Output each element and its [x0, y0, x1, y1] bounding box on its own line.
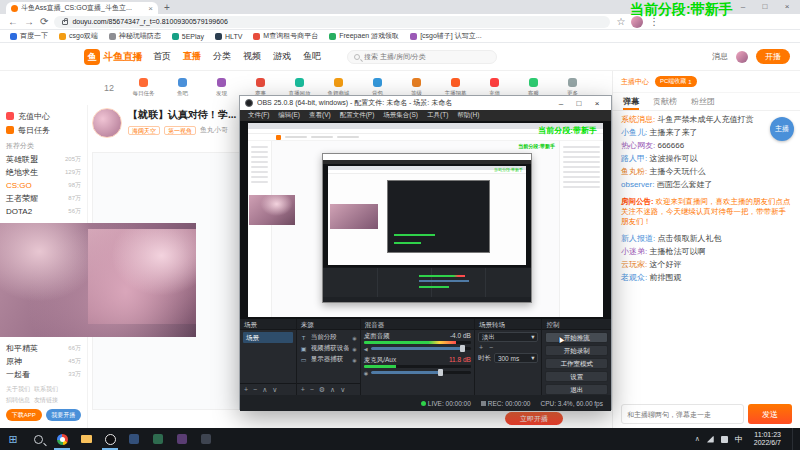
back-icon[interactable]: ←	[8, 15, 18, 29]
footer-link[interactable]: 招聘信息	[6, 396, 30, 405]
bookmark-item[interactable]: [csgo辅子] 认写立...	[410, 31, 481, 41]
remove-transition-icon[interactable]: −	[489, 344, 493, 351]
visibility-eye-icon[interactable]: ◉	[352, 335, 356, 341]
nav-game[interactable]: 游戏	[273, 50, 291, 63]
sidebar-category[interactable]: 绝地求生129万	[6, 166, 81, 179]
sidebar-category[interactable]: 王者荣耀87万	[6, 192, 81, 205]
footer-link[interactable]: 关于我们	[6, 385, 30, 394]
nav-home[interactable]: 首页	[153, 50, 171, 63]
stream-tag[interactable]: 海阔天空	[128, 126, 160, 135]
sources-dock-title[interactable]: 来源	[297, 319, 360, 330]
taskbar-app[interactable]	[194, 428, 218, 450]
window-close-icon[interactable]: ×	[776, 0, 798, 13]
studio-mode-button[interactable]: 工作室模式	[545, 358, 608, 369]
taskbar-obs[interactable]	[98, 428, 122, 450]
mic-icon[interactable]: ◉	[364, 370, 368, 376]
slider-handle[interactable]	[438, 369, 443, 376]
anchor-center-link[interactable]: 主播中心	[621, 77, 649, 87]
notification-center-strip[interactable]	[792, 428, 798, 450]
add-transition-icon[interactable]: +	[479, 344, 483, 351]
source-up-icon[interactable]: ∧	[330, 386, 335, 394]
tab-close-icon[interactable]: ×	[148, 4, 153, 13]
bookmark-item[interactable]: Freepaen 游戏领取	[329, 31, 399, 41]
refresh-icon[interactable]: ⟳	[40, 15, 48, 29]
bookmark-item[interactable]: HLTV	[215, 33, 242, 40]
menu-scene-collection[interactable]: 场景集合(S)	[383, 111, 418, 120]
quick-icon-item[interactable]: 每日任务	[124, 78, 163, 98]
nav-video[interactable]: 视频	[243, 50, 261, 63]
new-tab-button[interactable]: +	[164, 2, 170, 14]
bookmark-star-icon[interactable]: ☆	[616, 15, 625, 29]
menu-edit[interactable]: 编辑(E)	[278, 111, 300, 120]
nav-live[interactable]: 直播	[183, 50, 201, 63]
douyu-logo[interactable]: 鱼斗鱼直播	[84, 49, 143, 65]
taskbar-app[interactable]	[170, 428, 194, 450]
sidebar-category[interactable]: 原神45万	[6, 355, 81, 368]
nav-category[interactable]: 分类	[213, 50, 231, 63]
start-broadcast-button[interactable]: 开播	[756, 49, 790, 64]
quick-icon-item[interactable]: 鱼吧	[163, 78, 202, 98]
streamer-avatar[interactable]	[92, 108, 122, 138]
volume-icon[interactable]	[721, 436, 728, 443]
nav-yuba[interactable]: 鱼吧	[303, 50, 321, 63]
visibility-eye-icon[interactable]: ◉	[352, 346, 356, 352]
sidebar-category[interactable]: DOTA256万	[6, 205, 81, 218]
source-item-display[interactable]: ▭显示器捕获◉	[300, 354, 357, 365]
send-button[interactable]: 发送	[748, 404, 792, 424]
tab-fanclub[interactable]: 粉丝团	[691, 96, 715, 107]
source-item-text[interactable]: T当前分段◉	[300, 332, 357, 343]
pc-collect-button[interactable]: PC端收藏1	[655, 76, 697, 87]
tab-rank[interactable]: 贡献榜	[653, 96, 677, 107]
remove-source-icon[interactable]: −	[310, 386, 314, 393]
obs-minimize-icon[interactable]: –	[552, 99, 570, 108]
menu-view[interactable]: 查看(V)	[309, 111, 331, 120]
douyu-user-avatar[interactable]	[736, 51, 748, 63]
add-scene-icon[interactable]: +	[244, 386, 248, 393]
sidebar-feature-task[interactable]: 每日任务	[6, 123, 81, 137]
duration-spinner[interactable]: 300 ms▾	[494, 353, 539, 363]
window-minimize-icon[interactable]: –	[732, 0, 754, 13]
add-source-icon[interactable]: +	[301, 386, 305, 393]
obs-close-icon[interactable]: ×	[588, 99, 606, 108]
desktop-volume-slider[interactable]	[371, 347, 471, 350]
bookmark-item[interactable]: 神秘玩喵防态	[109, 31, 161, 41]
sidebar-category[interactable]: 和平精英66万	[6, 342, 81, 355]
footer-link[interactable]: 联系我们	[34, 385, 58, 394]
taskbar-explorer[interactable]	[74, 428, 98, 450]
taskbar-chrome[interactable]	[50, 428, 74, 450]
taskbar-app[interactable]	[146, 428, 170, 450]
camera-preview-window[interactable]	[0, 223, 196, 337]
sidebar-category[interactable]: 英雄联盟205万	[6, 153, 81, 166]
message-link[interactable]: 消息	[712, 51, 728, 62]
sidebar-category-csgo[interactable]: CS:GO98万	[6, 179, 81, 192]
search-input[interactable]	[364, 53, 474, 60]
start-button[interactable]: ⊞	[0, 428, 26, 450]
footer-link[interactable]: 友情链接	[34, 396, 58, 405]
go-live-sidebar-button[interactable]: 我要开播	[46, 409, 82, 421]
source-down-icon[interactable]: ∨	[340, 386, 345, 394]
douyu-search-box[interactable]	[347, 50, 497, 64]
settings-button[interactable]: 设置	[545, 371, 608, 382]
obs-titlebar[interactable]: OBS 25.0.8 (64-bit, windows) - 配置文件: 未命名…	[240, 96, 611, 110]
obs-window[interactable]: OBS 25.0.8 (64-bit, windows) - 配置文件: 未命名…	[239, 95, 612, 410]
sidebar-feature-recharge[interactable]: 充值中心	[6, 109, 81, 123]
network-icon[interactable]	[707, 436, 714, 443]
bookmark-item[interactable]: 百度一下	[10, 31, 48, 41]
url-bar[interactable]: douyu.com/85674347_r_t=0.810093005791996…	[54, 16, 610, 28]
scene-item-selected[interactable]: 场景	[243, 332, 293, 343]
menu-file[interactable]: 文件(F)	[248, 111, 269, 120]
scenes-dock-title[interactable]: 场景	[240, 319, 296, 330]
menu-tools[interactable]: 工具(T)	[427, 111, 448, 120]
source-properties-icon[interactable]: ⚙	[319, 386, 325, 394]
menu-help[interactable]: 帮助(H)	[457, 111, 479, 120]
taskbar-app[interactable]	[122, 428, 146, 450]
scene-down-icon[interactable]: ∨	[272, 386, 277, 394]
slider-handle[interactable]	[460, 345, 465, 352]
anchor-badge[interactable]: 主播	[770, 117, 794, 141]
browser-tab[interactable]: 斗鱼Ass直播_CS:GO直播_斗鱼立... ×	[6, 2, 158, 14]
tab-danmu[interactable]: 弹幕	[623, 93, 639, 110]
obs-maximize-icon[interactable]: □	[570, 99, 588, 108]
taskbar-clock[interactable]: 11:01:23 2022/6/7	[750, 431, 785, 447]
obs-preview[interactable]: 当前分段:带新手 当前分段:带新手	[240, 121, 611, 319]
chat-input[interactable]	[621, 404, 744, 424]
